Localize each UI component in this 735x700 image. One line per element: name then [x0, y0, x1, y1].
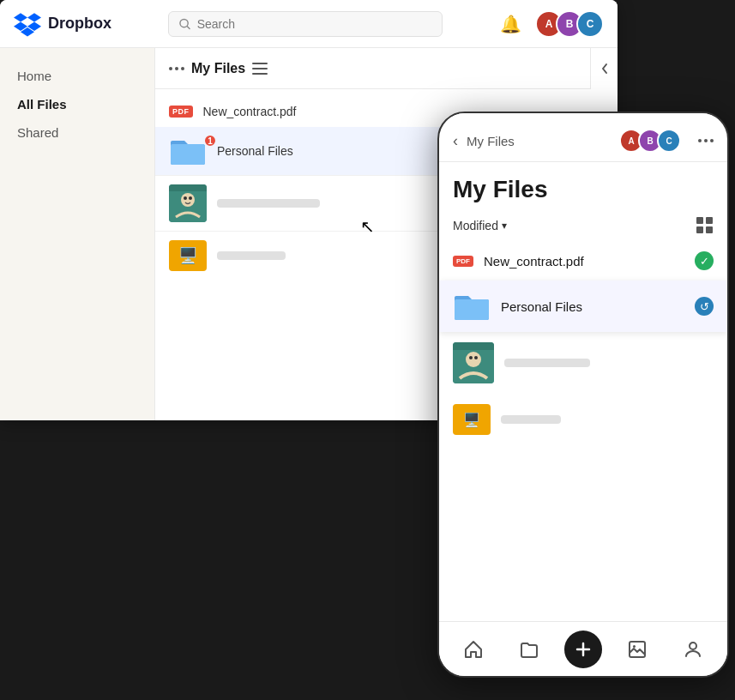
svg-line-1	[187, 26, 190, 28]
sidebar-item-shared[interactable]: Shared	[0, 118, 154, 147]
file-name-skeleton	[217, 251, 286, 260]
svg-point-15	[633, 645, 636, 648]
grid-view-button[interactable]	[696, 217, 714, 234]
mobile-nav-profile[interactable]	[672, 632, 714, 667]
folder-nav-icon	[519, 639, 539, 660]
mobile-file-list: PDF New_contract.pdf ✓ Personal Files ↺	[439, 241, 727, 621]
mobile-file-name-skeleton	[501, 415, 561, 424]
mobile-folder-icon	[453, 291, 491, 322]
app-name: Dropbox	[48, 15, 111, 33]
synced-icon: ✓	[695, 251, 714, 270]
mobile-avatar-group[interactable]: A B C	[619, 129, 681, 153]
mobile-nav-folder[interactable]	[509, 632, 550, 667]
hamburger-icon[interactable]	[252, 63, 268, 75]
avatar-3[interactable]: C	[576, 10, 604, 38]
search-input[interactable]	[197, 17, 431, 31]
file-panel-header: My Files	[155, 48, 590, 89]
svg-point-9	[469, 356, 473, 359]
syncing-icon: ↺	[695, 297, 714, 316]
folder-name: Personal Files	[217, 144, 293, 158]
mobile-page-title: My Files	[439, 162, 727, 210]
svg-rect-6	[169, 184, 207, 191]
pdf-badge: PDF	[169, 106, 193, 118]
mobile-bottom-nav	[439, 621, 727, 676]
filter-label[interactable]: Modified	[453, 219, 498, 232]
mobile-pdf-badge: PDF	[453, 256, 473, 267]
home-icon	[463, 639, 484, 660]
mobile-filter-bar: Modified ▾	[439, 210, 727, 241]
logo-area: Dropbox	[14, 10, 134, 38]
folder-icon	[169, 136, 207, 166]
svg-point-10	[474, 356, 478, 359]
mobile-back-button[interactable]: ‹	[453, 132, 458, 150]
svg-point-3	[181, 193, 195, 207]
mobile-image-thumbnail	[453, 342, 494, 383]
dropbox-logo-icon	[14, 10, 41, 38]
mobile-avatar-3: C	[657, 129, 681, 153]
notifications-icon[interactable]: 🔔	[500, 14, 521, 34]
top-bar: Dropbox 🔔 A B C	[0, 0, 618, 48]
avatar-group[interactable]: A B C	[535, 10, 604, 38]
svg-point-8	[466, 352, 481, 367]
mobile-nav-gallery[interactable]	[617, 632, 658, 667]
mobile-dots-menu[interactable]	[698, 139, 714, 142]
mobile-overlay: ‹ My Files A B C My Files Modified ▾ PDF…	[437, 112, 729, 678]
collapse-panel-button[interactable]	[590, 48, 618, 89]
list-item[interactable]: PDF New_contract.pdf ✓	[439, 241, 727, 281]
mobile-header: ‹ My Files A B C	[439, 120, 727, 162]
mobile-breadcrumb: My Files	[467, 134, 515, 148]
svg-rect-11	[453, 342, 494, 350]
mobile-nav-home[interactable]	[453, 632, 494, 667]
sidebar-item-all-files[interactable]: All Files	[0, 90, 154, 118]
mobile-file-name-skeleton	[504, 359, 590, 367]
svg-point-4	[184, 196, 187, 200]
video-thumbnail-icon: 🖥️	[169, 240, 207, 271]
profile-icon	[683, 639, 703, 660]
mobile-nav-add[interactable]	[564, 631, 602, 668]
filter-chevron-icon[interactable]: ▾	[502, 220, 507, 232]
svg-point-5	[189, 196, 192, 200]
list-item[interactable]: Personal Files ↺	[439, 281, 727, 332]
search-icon	[179, 18, 190, 30]
list-item[interactable]: 🖥️	[439, 394, 727, 445]
file-name-skeleton	[217, 199, 320, 208]
sidebar: Home All Files Shared	[0, 48, 154, 420]
mobile-folder-name: Personal Files	[501, 299, 582, 314]
file-name: New_contract.pdf	[203, 105, 297, 118]
add-icon	[575, 641, 592, 658]
image-thumbnail	[169, 184, 207, 222]
dots-menu-icon[interactable]	[169, 67, 184, 70]
mobile-status-bar	[439, 113, 727, 120]
list-item[interactable]	[439, 332, 727, 394]
panel-header-right	[252, 63, 268, 75]
notification-badge: 1	[203, 134, 217, 148]
mobile-video-thumbnail-icon: 🖥️	[453, 404, 491, 435]
sidebar-item-home[interactable]: Home	[0, 62, 154, 90]
svg-point-16	[690, 643, 696, 649]
mobile-file-name: New_contract.pdf	[484, 254, 584, 269]
top-right-controls: 🔔 A B C	[500, 10, 604, 38]
search-bar[interactable]	[168, 11, 443, 37]
gallery-icon	[627, 639, 648, 660]
panel-title: My Files	[191, 61, 245, 76]
